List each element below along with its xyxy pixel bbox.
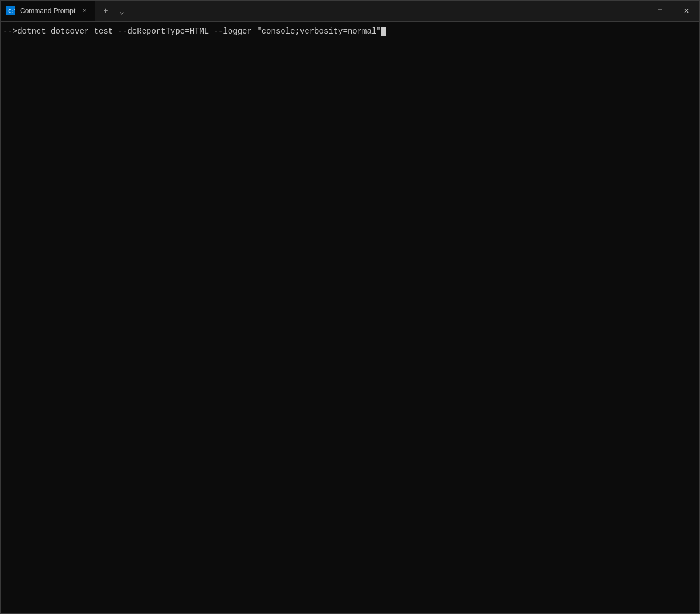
cursor bbox=[381, 27, 386, 36]
window-controls: — □ ✕ bbox=[621, 1, 699, 21]
tab-controls: + ⌄ bbox=[95, 4, 132, 18]
title-bar: C:\ Command Prompt × + ⌄ — □ ✕ bbox=[1, 1, 699, 22]
add-tab-button[interactable]: + bbox=[99, 4, 112, 18]
tab-area: C:\ Command Prompt × + ⌄ bbox=[1, 1, 621, 21]
command-text: -->dotnet dotcover test --dcReportType=H… bbox=[3, 26, 381, 38]
tab-close-button[interactable]: × bbox=[80, 6, 89, 15]
svg-text:C:\: C:\ bbox=[8, 9, 15, 14]
terminal-command-line: -->dotnet dotcover test --dcReportType=H… bbox=[3, 26, 697, 38]
dropdown-button[interactable]: ⌄ bbox=[115, 4, 128, 18]
maximize-button[interactable]: □ bbox=[647, 1, 673, 21]
cmd-icon: C:\ bbox=[6, 6, 15, 15]
terminal-body[interactable]: -->dotnet dotcover test --dcReportType=H… bbox=[1, 22, 699, 613]
minimize-button[interactable]: — bbox=[621, 1, 647, 21]
close-button[interactable]: ✕ bbox=[673, 1, 699, 21]
active-tab[interactable]: C:\ Command Prompt × bbox=[1, 1, 95, 21]
tab-title: Command Prompt bbox=[20, 7, 75, 15]
terminal-window: C:\ Command Prompt × + ⌄ — □ ✕ -->dotnet… bbox=[0, 0, 700, 614]
